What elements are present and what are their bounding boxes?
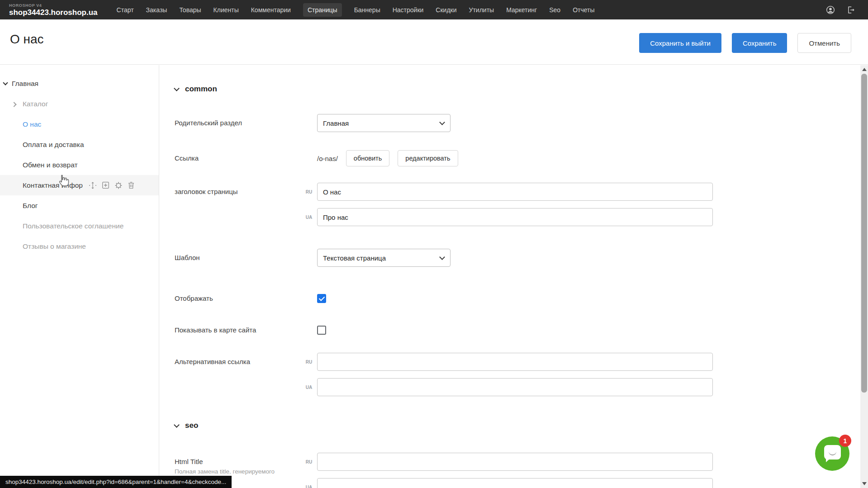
link-value: /o-nas/: [317, 155, 338, 162]
save-exit-button[interactable]: Сохранить и выйти: [639, 33, 721, 53]
lang-ru-badge: RU: [303, 360, 315, 365]
menu-item-comments[interactable]: Комментарии: [251, 6, 291, 14]
alt-link-ru-input[interactable]: [317, 353, 713, 371]
vertical-scrollbar[interactable]: [860, 65, 868, 488]
parent-section-select[interactable]: Главная: [317, 114, 451, 132]
chevron-down-icon: [439, 119, 445, 125]
brand-version: HOROSHOP V4: [9, 4, 98, 8]
tree-item-oplata[interactable]: Оплата и доставка: [0, 134, 159, 155]
cancel-button[interactable]: Отменить: [797, 33, 851, 53]
chevron-right-icon[interactable]: [11, 102, 16, 107]
menu-item-seo[interactable]: Seo: [549, 6, 560, 14]
html-title-ru-input[interactable]: [317, 453, 713, 471]
save-button[interactable]: Сохранить: [732, 33, 787, 53]
scroll-up-arrow-icon[interactable]: [862, 68, 867, 71]
html-title-note: Полная замена title, генерируемого: [175, 468, 288, 476]
page-header: О нас Сохранить и выйти Сохранить Отмени…: [0, 19, 868, 65]
chevron-down-icon: [439, 254, 445, 260]
add-icon[interactable]: [102, 181, 109, 189]
lang-ru-badge: RU: [303, 190, 315, 194]
tree-item-kontaktnaya[interactable]: Контактная инфор: [0, 175, 159, 195]
display-label: Отображать: [175, 289, 317, 308]
menu-item-orders[interactable]: Заказы: [146, 6, 167, 14]
sitemap-label: Показывать в карте сайта: [175, 321, 317, 339]
menu-item-banners[interactable]: Баннеры: [354, 6, 380, 14]
scroll-down-arrow-icon[interactable]: [862, 482, 867, 485]
scrollbar-thumb[interactable]: [861, 74, 867, 393]
menu-item-settings[interactable]: Настройки: [393, 6, 424, 14]
top-menu: Старт Заказы Товары Клиенты Комментарии …: [117, 3, 595, 17]
tree-item-otzyvy[interactable]: Отзывы о магазине: [0, 236, 159, 256]
section-seo[interactable]: seo: [175, 421, 860, 430]
lang-ua-badge: UA: [303, 385, 315, 390]
chat-widget-button[interactable]: 1: [815, 436, 849, 471]
chat-bubble-icon: [824, 445, 841, 460]
page-title-ru-input[interactable]: [317, 183, 713, 201]
page-title-ua-input[interactable]: [317, 208, 713, 226]
menu-item-utilities[interactable]: Утилиты: [469, 6, 494, 14]
chevron-down-icon: [174, 85, 180, 91]
link-refresh-button[interactable]: обновить: [346, 150, 389, 166]
brand-domain: shop34423.horoshop.ua: [9, 9, 98, 16]
tree-item-katalog[interactable]: Каталог: [0, 94, 159, 114]
menu-item-reports[interactable]: Отчеты: [573, 6, 594, 14]
alt-link-label: Альтернативная ссылка: [175, 353, 317, 371]
logout-icon[interactable]: [846, 5, 855, 14]
page-title-label: заголовок страницы: [175, 183, 317, 201]
tree-item-o-nas[interactable]: О нас: [0, 114, 159, 134]
menu-item-products[interactable]: Товары: [179, 6, 201, 14]
menu-item-pages[interactable]: Страницы: [303, 3, 342, 17]
html-title-ua-input[interactable]: [317, 478, 713, 488]
lang-ru-badge: RU: [303, 460, 315, 464]
brand-logo[interactable]: HOROSHOP V4 shop34423.horoshop.ua: [9, 4, 98, 16]
link-edit-button[interactable]: редактировать: [398, 150, 458, 166]
menu-item-clients[interactable]: Клиенты: [213, 6, 239, 14]
tree-item-soglashenie[interactable]: Пользовательское соглашение: [0, 216, 159, 236]
template-select[interactable]: Текстовая страница: [317, 249, 451, 267]
chat-unread-badge: 1: [839, 435, 851, 447]
lang-ua-badge: UA: [303, 215, 315, 220]
sitemap-checkbox[interactable]: [317, 326, 326, 335]
alt-link-ua-input[interactable]: [317, 378, 713, 396]
trash-icon[interactable]: [128, 181, 135, 189]
account-icon[interactable]: [825, 5, 835, 15]
lang-ua-badge: UA: [303, 485, 315, 488]
template-label: Шаблон: [175, 249, 317, 267]
pages-tree-sidebar: Главная Каталог О нас Оплата и доставка …: [0, 65, 159, 488]
topbar: HOROSHOP V4 shop34423.horoshop.ua Старт …: [0, 0, 868, 19]
gear-icon[interactable]: [114, 181, 123, 190]
chevron-down-icon: [174, 422, 180, 428]
menu-item-start[interactable]: Старт: [117, 6, 134, 14]
chevron-down-icon[interactable]: [3, 80, 8, 85]
menu-item-marketing[interactable]: Маркетинг: [506, 6, 537, 14]
menu-item-discounts[interactable]: Скидки: [436, 6, 456, 14]
status-url-bar: shop34423.horoshop.ua/edit/edit.php?id=6…: [0, 476, 232, 488]
link-label: Ссылка: [175, 149, 317, 167]
section-common[interactable]: common: [175, 85, 860, 94]
tree-item-blog[interactable]: Блог: [0, 195, 159, 216]
page-title: О нас: [10, 32, 44, 47]
parent-section-label: Родительский раздел: [175, 114, 317, 132]
page-edit-form: common Родительский раздел Главная Ссылк…: [160, 65, 860, 488]
tree-item-glavnaya[interactable]: Главная: [0, 73, 159, 94]
move-icon[interactable]: [89, 181, 97, 190]
display-checkbox[interactable]: [317, 294, 326, 303]
tree-item-obmen[interactable]: Обмен и возврат: [0, 155, 159, 175]
